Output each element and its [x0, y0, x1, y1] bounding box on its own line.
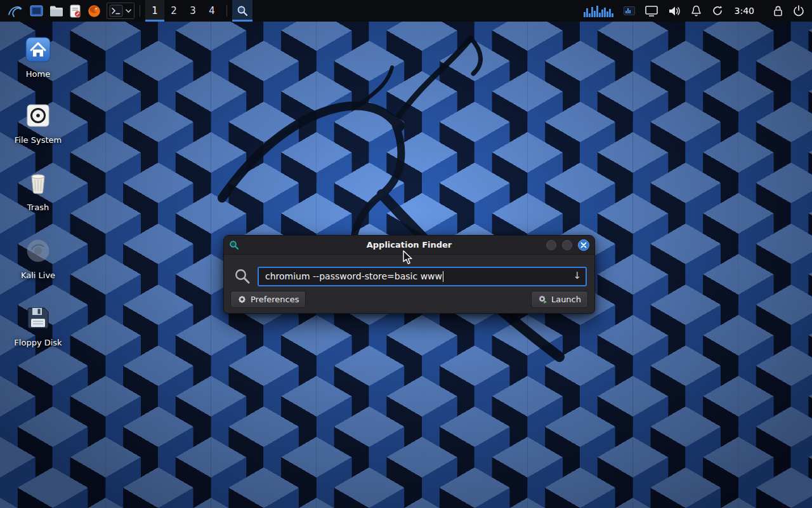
desktop-icon-label: File System — [8, 135, 69, 145]
chevron-down-icon — [125, 8, 132, 13]
preferences-button[interactable]: Preferences — [230, 291, 306, 308]
desktop-icon-home[interactable]: Home — [8, 35, 69, 79]
workspace-label: 1 — [152, 5, 158, 17]
tray-indicator[interactable] — [624, 6, 635, 15]
launch-button[interactable]: Launch — [531, 291, 588, 308]
workspace-label: 2 — [171, 5, 177, 17]
workspace-label: 4 — [209, 5, 215, 17]
maximize-button[interactable] — [562, 240, 572, 250]
home-icon — [24, 36, 52, 64]
workspace-button-2[interactable]: 2 — [164, 0, 183, 22]
launcher-desktop-button[interactable] — [27, 0, 46, 22]
search-row: chromium --password-store=basic www ↓ — [234, 266, 587, 286]
floppy-disk-icon — [24, 304, 52, 332]
workspace-label: 3 — [190, 5, 196, 17]
volume-icon — [668, 6, 681, 17]
desktop-icon-trash[interactable]: Trash — [8, 168, 69, 212]
desktop-icon-label: Home — [8, 69, 69, 79]
application-finder-window: Application Finder chromium --password-s… — [223, 235, 595, 314]
folder-icon — [49, 5, 63, 17]
firefox-icon — [88, 4, 101, 18]
desktop-window-icon — [30, 4, 43, 17]
terminal-icon — [109, 4, 123, 17]
clock[interactable]: 3:40 — [733, 6, 756, 16]
screen-lock-button[interactable] — [773, 5, 783, 17]
desktop-icon-label: Floppy Disk — [8, 338, 69, 347]
panel-left: 1 2 3 4 — [0, 0, 252, 22]
audio-spectrum-indicator[interactable] — [584, 4, 613, 17]
file-system-icon — [24, 102, 52, 130]
preferences-label: Preferences — [251, 295, 299, 304]
launcher-text-editor-button[interactable] — [67, 0, 84, 22]
text-caret — [443, 271, 443, 282]
dropdown-arrow-icon[interactable]: ↓ — [573, 271, 581, 281]
gear-icon — [237, 295, 247, 304]
button-row: Preferences Launch — [230, 291, 588, 308]
text-editor-icon — [70, 4, 81, 18]
window-title: Application Finder — [262, 240, 556, 250]
desktop-icon-kali-live[interactable]: Kali Live — [8, 236, 69, 280]
panel-separator — [140, 5, 140, 17]
desktop-screen: 1 2 3 4 — [0, 0, 812, 508]
display-icon — [645, 6, 658, 17]
launch-label: Launch — [551, 295, 581, 304]
lock-icon — [773, 5, 783, 17]
launch-icon — [538, 295, 547, 304]
panel-tray: 3:40 — [584, 0, 812, 22]
app-finder-window-icon — [229, 240, 239, 250]
kali-live-icon — [24, 237, 52, 265]
volume-button[interactable] — [668, 6, 681, 17]
kali-dragon-art — [152, 25, 609, 381]
top-panel: 1 2 3 4 — [0, 0, 812, 22]
notifications-button[interactable] — [691, 5, 702, 17]
workspace-button-4[interactable]: 4 — [202, 0, 221, 22]
logout-button[interactable] — [793, 5, 804, 17]
desktop-icon-label: Trash — [8, 203, 69, 212]
launcher-file-manager-button[interactable] — [46, 0, 67, 22]
panel-separator — [226, 5, 227, 17]
kali-menu-button[interactable] — [4, 0, 27, 22]
launcher-firefox-button[interactable] — [84, 0, 104, 22]
close-button[interactable] — [578, 239, 589, 251]
launcher-terminal-group — [107, 3, 134, 19]
desktop-icon-file-system[interactable]: File System — [8, 101, 69, 145]
close-icon — [580, 242, 587, 248]
refresh-circle-icon — [712, 5, 723, 17]
display-settings-button[interactable] — [645, 6, 658, 17]
workspace-button-3[interactable]: 3 — [183, 0, 202, 22]
terminal-dropdown-button[interactable] — [123, 8, 132, 13]
kali-logo-icon — [7, 4, 23, 18]
dragon-head — [392, 119, 405, 132]
search-input-value: chromium --password-store=basic www — [265, 271, 442, 281]
window-buttons — [546, 239, 589, 251]
trash-icon — [24, 169, 52, 197]
desktop-icon-floppy-disk[interactable]: Floppy Disk — [8, 304, 69, 347]
power-icon — [793, 5, 804, 17]
search-input[interactable]: chromium --password-store=basic www ↓ — [258, 267, 587, 286]
bell-icon — [691, 5, 702, 17]
desktop-icon-label: Kali Live — [8, 271, 69, 280]
workspace-button-1[interactable]: 1 — [145, 0, 164, 22]
search-icon — [237, 5, 248, 17]
updates-button[interactable] — [712, 5, 723, 17]
launcher-terminal-button[interactable] — [109, 4, 123, 17]
search-icon — [234, 268, 251, 284]
taskbar-app-finder-button[interactable] — [232, 0, 252, 22]
minimize-button[interactable] — [546, 240, 556, 250]
titlebar[interactable]: Application Finder — [224, 236, 594, 255]
